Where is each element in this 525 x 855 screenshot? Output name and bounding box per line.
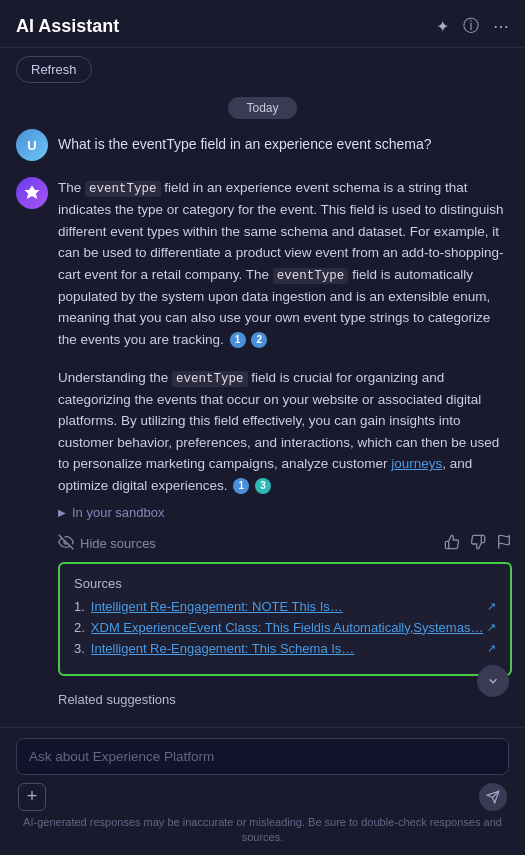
external-link-icon-3[interactable]: ↗ — [487, 642, 496, 655]
input-placeholder: Ask about Experience Platform — [29, 749, 214, 764]
app-title: AI Assistant — [16, 16, 119, 37]
ref-badge-1: 1 — [230, 332, 246, 348]
user-avatar: U — [16, 129, 48, 161]
ai-paragraph-1: The eventType field in an experience eve… — [58, 177, 512, 351]
input-box: Ask about Experience Platform — [16, 738, 509, 775]
input-area: Ask about Experience Platform + AI-gener… — [0, 727, 525, 855]
source-num-3: 3. — [74, 641, 85, 656]
source-item-2: 2. XDM ExperienceEvent Class: This Field… — [74, 620, 496, 635]
external-link-icon-1[interactable]: ↗ — [487, 600, 496, 613]
info-icon[interactable]: ⓘ — [463, 16, 479, 37]
journeys-link[interactable]: journeys — [391, 456, 442, 471]
eye-slash-icon — [58, 534, 74, 553]
thumbs-up-icon[interactable] — [444, 534, 460, 554]
flag-icon[interactable] — [496, 534, 512, 554]
hide-sources-label: Hide sources — [80, 536, 156, 551]
header: AI Assistant ✦ ⓘ ⋯ — [0, 0, 525, 48]
refresh-bar: Refresh — [0, 48, 525, 91]
input-actions: + — [16, 783, 509, 811]
hide-sources-button[interactable]: Hide sources — [58, 534, 156, 553]
ref-badge-2: 2 — [251, 332, 267, 348]
add-button[interactable]: + — [18, 783, 46, 811]
source-num-1: 1. — [74, 599, 85, 614]
refresh-button[interactable]: Refresh — [16, 56, 92, 83]
source-link-3[interactable]: Intelligent Re-Engagement: This Schema I… — [91, 641, 484, 656]
today-badge: Today — [228, 97, 296, 119]
user-message-row: U What is the eventType field in an expe… — [16, 129, 509, 161]
ai-message-row: The eventType field in an experience eve… — [16, 177, 509, 715]
today-badge-wrapper: Today — [0, 91, 525, 129]
sources-box: Sources 1. Intelligent Re-Engagement: NO… — [58, 562, 512, 676]
sandbox-label: In your sandbox — [72, 505, 165, 520]
source-item-3: 3. Intelligent Re-Engagement: This Schem… — [74, 641, 496, 656]
user-message-text: What is the eventType field in an experi… — [58, 129, 432, 155]
ai-paragraph-2: Understanding the eventType field is cru… — [58, 367, 512, 497]
source-num-2: 2. — [74, 620, 85, 635]
chevron-right-icon: ▶ — [58, 507, 66, 518]
related-suggestions-label: Related suggestions — [58, 688, 512, 715]
sandbox-toggle[interactable]: ▶ In your sandbox — [58, 505, 512, 520]
more-menu-icon[interactable]: ⋯ — [493, 17, 509, 36]
feedback-icons — [444, 534, 512, 554]
ref-badge-3: 1 — [233, 478, 249, 494]
source-link-1[interactable]: Intelligent Re-Engagement: NOTE This Is… — [91, 599, 484, 614]
sources-label: Sources — [74, 576, 496, 591]
actions-row: Hide sources — [58, 524, 512, 562]
source-link-2[interactable]: XDM ExperienceEvent Class: This Fieldis … — [91, 620, 484, 635]
ai-message-content: The eventType field in an experience eve… — [58, 177, 512, 715]
disclaimer-text: AI-generated responses may be inaccurate… — [16, 811, 509, 848]
header-icons: ✦ ⓘ ⋯ — [436, 16, 509, 37]
thumbs-down-icon[interactable] — [470, 534, 486, 554]
source-item-1: 1. Intelligent Re-Engagement: NOTE This … — [74, 599, 496, 614]
sun-icon[interactable]: ✦ — [436, 17, 449, 36]
ref-badge-4: 3 — [255, 478, 271, 494]
send-button[interactable] — [479, 783, 507, 811]
external-link-icon-2[interactable]: ↗ — [487, 621, 496, 634]
ai-avatar — [16, 177, 48, 209]
chat-area: U What is the eventType field in an expe… — [0, 129, 525, 727]
